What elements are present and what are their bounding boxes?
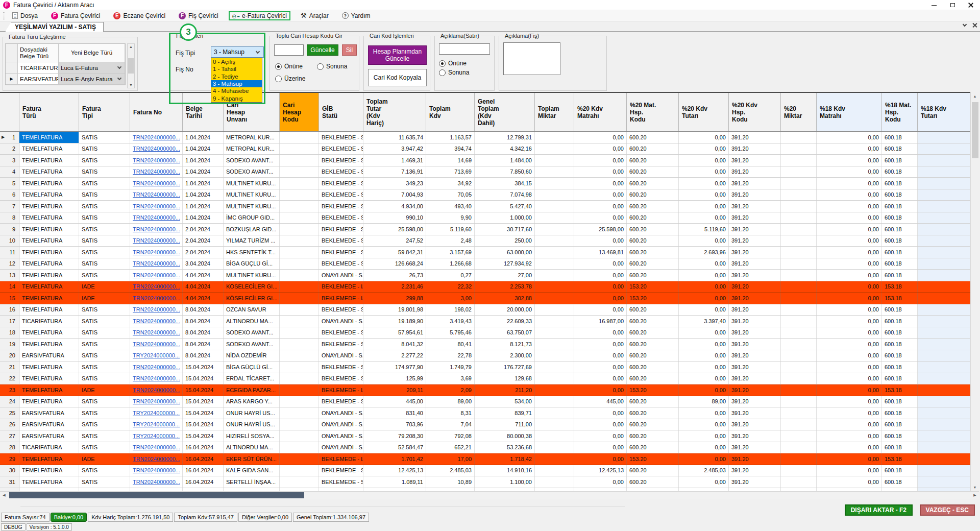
cell-cari-hesap-unvani[interactable]: KÖSELECİLER GI...: [224, 293, 280, 304]
cell-gib-statu[interactable]: BEKLEMEDE - SA...: [319, 339, 363, 350]
cell-miktar20[interactable]: [781, 155, 817, 166]
cell-genel-toplam[interactable]: 302,88: [475, 293, 535, 304]
cell-toplam-kdv[interactable]: 493,40: [426, 201, 475, 212]
cell-mat20-hsp-kodu[interactable]: 600.20: [627, 212, 679, 224]
invoice-no-link[interactable]: TRY2024000000...: [133, 433, 180, 439]
cell-kdv20-tutari[interactable]: 0,00: [679, 258, 729, 270]
fis-tipi-option-0[interactable]: 0 - Açılış: [211, 58, 262, 65]
cell-genel-toplam[interactable]: 839,71: [475, 407, 535, 419]
cell-genel-toplam[interactable]: 80.000,38: [475, 430, 535, 442]
cell-kdv18-matrahi[interactable]: 0,00: [817, 270, 882, 281]
scrollbar-thumb[interactable]: [128, 58, 134, 74]
cell-genel-toplam[interactable]: 53.236,68: [475, 442, 535, 453]
cell-fatura-turu[interactable]: TEMELFATURA: [19, 339, 79, 350]
cell-toplam-kdv[interactable]: 89,00: [426, 396, 475, 407]
cell-miktar20[interactable]: [781, 327, 817, 339]
cell-kdv20-tutari[interactable]: 0,00: [679, 384, 729, 396]
cell-cari-hesap-unvani[interactable]: SERTELLİ İNŞAA...: [224, 476, 280, 488]
cell-mat18-hsp-kodu[interactable]: 600.18: [882, 166, 918, 178]
cell-cari-hesap-unvani[interactable]: METROPAL KUR...: [224, 132, 280, 143]
cell-mat20-hsp-kodu[interactable]: 600.20: [627, 132, 679, 143]
menu-item-araclar[interactable]: ⚒Araçlar: [298, 11, 332, 20]
cell-fatura-no[interactable]: TRY2024000000...: [130, 407, 183, 419]
cell-toplam-kdv[interactable]: 394,74: [426, 143, 475, 155]
cell-toplam-kdv[interactable]: 1.749,79: [426, 361, 475, 373]
cell-fatura-no[interactable]: TRN2024000000...: [130, 132, 183, 143]
cell-mat20-hsp-kodu[interactable]: 600.20: [627, 304, 679, 316]
cell-mat20-hsp-kodu[interactable]: 600.20: [627, 247, 679, 258]
cell-kdv20-tutari[interactable]: 0,00: [679, 419, 729, 430]
cell-rownum[interactable]: 16: [0, 304, 19, 316]
cell-cari-hesap-unvani[interactable]: METROPAL KUR...: [224, 143, 280, 155]
cell-kdv18-matrahi[interactable]: 0,00: [817, 166, 882, 178]
cell-fatura-no[interactable]: TRN2024000000...: [130, 224, 183, 235]
cell-kdv20-hsp-kodu[interactable]: 391.20: [729, 143, 781, 155]
cell-toplam-tutar[interactable]: 125,99: [363, 373, 426, 384]
cell-toplam-tutar[interactable]: 12.425,13: [363, 465, 426, 476]
cell-fatura-turu[interactable]: TEMELFATURA: [19, 132, 79, 143]
fis-tipi-option-5[interactable]: 9 - Kapanış: [211, 95, 262, 102]
cell-rownum[interactable]: 24: [0, 396, 19, 407]
scroll-right-icon[interactable]: ▶: [971, 492, 979, 499]
cell-genel-toplam[interactable]: 20.000,00: [475, 304, 535, 316]
cell-miktar20[interactable]: [781, 304, 817, 316]
cell-kdv20-hsp-kodu[interactable]: 391.20: [729, 132, 781, 143]
cell-toplam-kdv[interactable]: 10,89: [426, 476, 475, 488]
cell-fatura-turu[interactable]: TEMELFATURA: [19, 258, 79, 270]
cell-kdv20-hsp-kodu[interactable]: 391.20: [729, 247, 781, 258]
cell-toplam-miktar[interactable]: [535, 361, 574, 373]
cell-cari-hesap-kodu[interactable]: [280, 281, 319, 293]
invoice-no-link[interactable]: TRN2024000000...: [133, 157, 180, 163]
cell-fatura-tipi[interactable]: SATIS: [79, 442, 130, 453]
close-button[interactable]: [962, 0, 980, 10]
cell-mat18-hsp-kodu[interactable]: 600.18: [882, 407, 918, 419]
cell-toplam-tutar[interactable]: 79.208,30: [363, 430, 426, 442]
cell-belge-tarihi[interactable]: 16.04.2024: [183, 465, 224, 476]
cell-belge-tarihi[interactable]: 1.04.2024: [183, 189, 224, 201]
cell-kdv20-tutari[interactable]: 0,00: [679, 442, 729, 453]
cell-fatura-tipi[interactable]: SATIS: [79, 143, 130, 155]
cell-fatura-no[interactable]: TRN2024000000...: [130, 270, 183, 281]
cell-toplam-tutar[interactable]: 57.954,61: [363, 327, 426, 339]
cell-fatura-no[interactable]: TRN2024000000...: [130, 373, 183, 384]
cell-toplam-tutar[interactable]: 247,52: [363, 235, 426, 247]
column-header-fatura-no[interactable]: Fatura No: [130, 93, 183, 131]
cell-mat20-hsp-kodu[interactable]: 600.20: [627, 419, 679, 430]
column-header-kdv20-hsp-kodu[interactable]: %20 Kdv Hsp. Kodu: [729, 93, 781, 131]
cell-genel-toplam[interactable]: 27,00: [475, 270, 535, 281]
invoice-no-link[interactable]: TRN2024000000...: [133, 146, 180, 152]
cell-kdv18-tutari[interactable]: [918, 453, 970, 465]
cell-kdv20-matrahi[interactable]: 0,00: [574, 373, 627, 384]
cell-genel-toplam[interactable]: 2.300,00: [475, 350, 535, 361]
cell-belge-tarihi[interactable]: 15.04.2024: [183, 373, 224, 384]
cell-kdv20-matrahi[interactable]: 0,00: [574, 304, 627, 316]
cell-belge-tarihi[interactable]: 3.04.2024: [183, 258, 224, 270]
cell-kdv20-hsp-kodu[interactable]: 391.20: [729, 465, 781, 476]
cell-kdv18-matrahi[interactable]: 0,00: [817, 178, 882, 189]
cell-fatura-turu[interactable]: TEMELFATURA: [19, 247, 79, 258]
cell-mat18-hsp-kodu[interactable]: 600.18: [882, 304, 918, 316]
scroll-left-icon[interactable]: ◀: [0, 492, 8, 499]
cell-kdv18-tutari[interactable]: [918, 419, 970, 430]
cell-toplam-miktar[interactable]: [535, 212, 574, 224]
cell-rownum[interactable]: 27: [0, 430, 19, 442]
cell-fatura-no[interactable]: TRN2024000000...: [130, 304, 183, 316]
cell-cari-hesap-kodu[interactable]: [280, 166, 319, 178]
cell-cari-hesap-kodu[interactable]: [280, 258, 319, 270]
radio-onune[interactable]: Önüne: [275, 63, 303, 70]
cell-kdv20-tutari[interactable]: 0,00: [679, 327, 729, 339]
menu-item-fatura-cevirici[interactable]: FFatura Çevirici: [48, 11, 103, 20]
invoice-no-link[interactable]: TRN2024000000...: [133, 456, 180, 462]
cell-kdv18-tutari[interactable]: [918, 178, 970, 189]
cell-kdv20-matrahi[interactable]: 25.598,00: [574, 224, 627, 235]
cell-fatura-tipi[interactable]: SATIS: [79, 155, 130, 166]
cell-fatura-turu[interactable]: TEMELFATURA: [19, 293, 79, 304]
cell-toplam-miktar[interactable]: [535, 281, 574, 293]
cell-mat20-hsp-kodu[interactable]: 600.20: [627, 339, 679, 350]
cell-kdv20-matrahi[interactable]: 0,00: [574, 407, 627, 419]
cell-cari-hesap-unvani[interactable]: YILMAZ TURİZM ...: [224, 235, 280, 247]
cell-kdv20-tutari[interactable]: 0,00: [679, 304, 729, 316]
cell-kdv20-tutari[interactable]: 0,00: [679, 281, 729, 293]
cell-mat18-hsp-kodu[interactable]: 600.18: [882, 258, 918, 270]
cell-kdv20-hsp-kodu[interactable]: 391.20: [729, 189, 781, 201]
